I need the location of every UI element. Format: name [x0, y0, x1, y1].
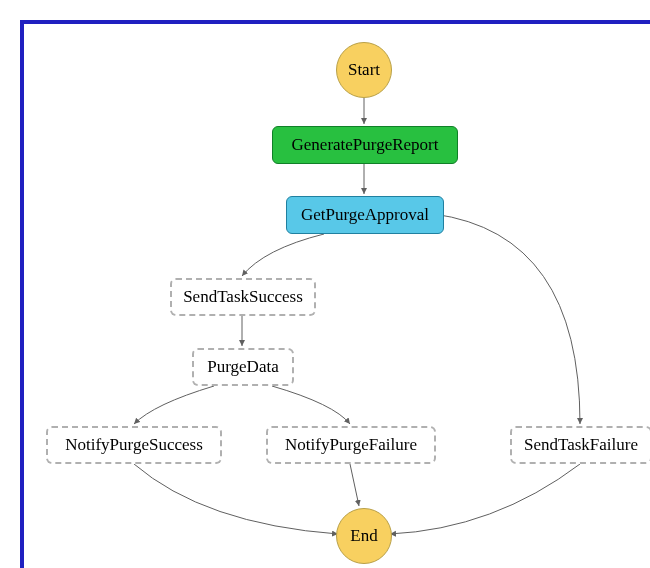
flowchart-canvas: Start GeneratePurgeReport GetPurgeApprov…: [20, 20, 650, 568]
send-success-label: SendTaskSuccess: [183, 287, 303, 307]
start-label: Start: [348, 60, 380, 80]
get-purge-approval-node: GetPurgeApproval: [286, 196, 444, 234]
notify-failure-label: NotifyPurgeFailure: [285, 435, 417, 455]
send-failure-label: SendTaskFailure: [524, 435, 638, 455]
edges-layer: [24, 24, 650, 568]
send-task-failure-node: SendTaskFailure: [510, 426, 650, 464]
purge-data-label: PurgeData: [207, 357, 278, 377]
send-task-success-node: SendTaskSuccess: [170, 278, 316, 316]
generate-label: GeneratePurgeReport: [292, 135, 439, 155]
purge-data-node: PurgeData: [192, 348, 294, 386]
end-label: End: [350, 526, 377, 546]
start-node: Start: [336, 42, 392, 98]
notify-purge-failure-node: NotifyPurgeFailure: [266, 426, 436, 464]
generate-purge-report-node: GeneratePurgeReport: [272, 126, 458, 164]
end-node: End: [336, 508, 392, 564]
notify-purge-success-node: NotifyPurgeSuccess: [46, 426, 222, 464]
notify-success-label: NotifyPurgeSuccess: [65, 435, 203, 455]
approval-label: GetPurgeApproval: [301, 205, 429, 225]
